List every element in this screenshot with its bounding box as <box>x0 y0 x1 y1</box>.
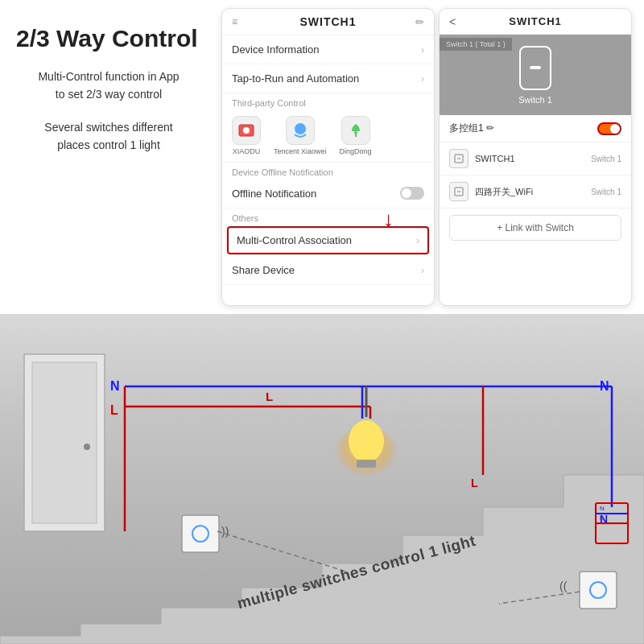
chevron-icon-4: › <box>421 265 424 276</box>
svg-rect-34 <box>580 572 617 609</box>
switch-preview-area: Switch 1 ( Total 1 ) Switch 1 <box>440 35 631 115</box>
third-party-icons: XIAODU Tencent Xiaowei DingDong <box>222 109 434 163</box>
tap-run-label: Tap-to-Run and Automation <box>232 72 359 85</box>
breadcrumb: Switch 1 ( Total 1 ) <box>440 38 512 51</box>
link-switch-button[interactable]: + Link with Switch <box>449 215 621 241</box>
svg-text:N: N <box>600 379 609 393</box>
phone-right-header: < SWITCH1 <box>440 9 631 35</box>
offline-label: Offline Notification <box>232 188 316 200</box>
menu-item-offline[interactable]: Offline Notification ↓ <box>222 179 434 208</box>
wifi-switch-left: 四路开关_WiFi <box>449 182 533 201</box>
svg-text:N: N <box>110 379 120 393</box>
red-arrow-indicator: ↓ <box>383 207 394 232</box>
svg-text:L: L <box>266 390 273 403</box>
switch1-icon <box>449 149 469 168</box>
svg-text:N: N <box>600 505 605 512</box>
chevron-icon-2: › <box>421 73 424 85</box>
third-party-section-label: Third-party Control <box>222 93 434 109</box>
svg-text:((: (( <box>559 580 568 592</box>
multicontrol-toggle[interactable] <box>597 122 621 135</box>
chevron-icon-3: › <box>416 235 419 246</box>
phone-left-title: SWITCH1 <box>300 15 357 28</box>
phone-right-title: SWITCH1 <box>509 15 562 27</box>
multicontrol-group-label: 多控组1 ✏ <box>449 122 494 135</box>
xiaodu-icon-item[interactable]: XIAODU <box>232 116 261 155</box>
multicontrol-row[interactable]: 多控组1 ✏ <box>440 115 631 142</box>
switch-device-icon <box>519 46 551 90</box>
xiaodu-label: XIAODU <box>233 147 261 155</box>
edit-icon[interactable]: ✏ <box>415 16 424 28</box>
svg-rect-31 <box>182 515 219 552</box>
svg-text:L: L <box>600 514 604 522</box>
desc1: Multi-Control function in Appto set 2/3 … <box>16 68 201 104</box>
dingdong-icon <box>341 116 370 145</box>
menu-icon: ≡ <box>232 16 237 27</box>
device-info-label: Device Information <box>232 43 319 56</box>
switch-list-switch1[interactable]: SWITCH1 Switch 1 <box>440 142 631 175</box>
svg-point-2 <box>295 123 306 134</box>
menu-item-multicontrol[interactable]: Multi-Control Association › <box>227 226 429 254</box>
svg-text:L: L <box>110 403 118 417</box>
left-panel: 2/3 Way Control Multi-Control function i… <box>0 0 217 314</box>
others-section-label: Others <box>222 208 434 225</box>
svg-point-1 <box>243 127 250 134</box>
switch1-name: SWITCH1 <box>475 154 515 163</box>
xiaodu-icon <box>232 116 261 145</box>
svg-text:)): )) <box>221 525 229 538</box>
share-label: Share Device <box>232 264 295 276</box>
main-title: 2/3 Way Control <box>16 24 201 53</box>
dingdong-label: DingDong <box>340 147 372 155</box>
back-button[interactable]: < <box>449 15 456 28</box>
wifi-switch-name: 四路开关_WiFi <box>475 186 533 198</box>
wiring-diagram-svg: N N L L N L )) <box>0 314 644 644</box>
offline-section-label: Device Offline Notification <box>222 163 434 179</box>
bottom-diagram: N N L L N L )) <box>0 314 644 644</box>
offline-toggle[interactable] <box>400 187 424 200</box>
tencent-icon <box>286 116 315 145</box>
tencent-icon-item[interactable]: Tencent Xiaowei <box>274 116 327 155</box>
svg-point-29 <box>349 420 384 462</box>
chevron-icon: › <box>421 44 424 56</box>
svg-rect-11 <box>32 362 97 523</box>
svg-text:L: L <box>471 477 478 489</box>
switch1-left: SWITCH1 <box>449 149 515 168</box>
desc2: Several switches differentplaces control… <box>16 118 201 155</box>
switch-preview-label: Switch 1 <box>518 95 552 105</box>
svg-rect-30 <box>357 460 376 468</box>
menu-item-device-info[interactable]: Device Information › <box>222 35 434 64</box>
tencent-label: Tencent Xiaowei <box>274 147 327 155</box>
menu-item-share[interactable]: Share Device › <box>222 256 434 285</box>
wifi-switch-icon <box>449 182 469 201</box>
top-section: 2/3 Way Control Multi-Control function i… <box>0 0 644 314</box>
phone-left-header: ≡ SWITCH1 ✏ <box>222 9 434 35</box>
dingdong-icon-item[interactable]: DingDong <box>340 116 372 155</box>
svg-point-12 <box>84 444 90 450</box>
svg-point-3 <box>354 131 357 134</box>
switch1-type: Switch 1 <box>591 155 621 163</box>
multicontrol-label: Multi-Control Association <box>237 234 352 246</box>
phone-left: ≡ SWITCH1 ✏ Device Information › Tap-to-… <box>221 8 435 306</box>
menu-item-tap-run[interactable]: Tap-to-Run and Automation › <box>222 64 434 93</box>
switch-list-wifi[interactable]: 四路开关_WiFi Switch 1 <box>440 175 631 208</box>
wifi-switch-type: Switch 1 <box>591 188 621 196</box>
svg-line-42 <box>217 531 346 572</box>
phone-right: < SWITCH1 Switch 1 ( Total 1 ) Switch 1 … <box>439 8 632 306</box>
